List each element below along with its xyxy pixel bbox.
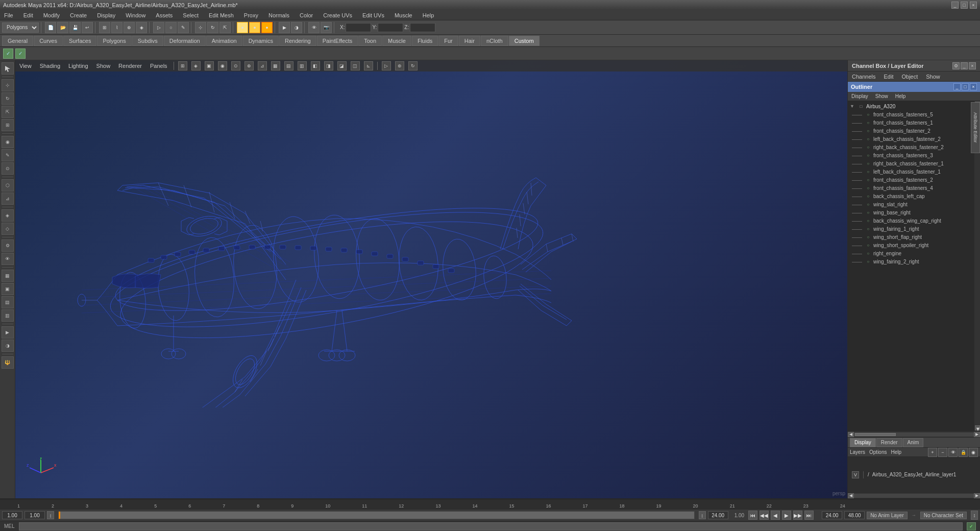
qa-icon-1[interactable]: ✓ bbox=[3, 49, 13, 59]
tab-surfaces[interactable]: Surfaces bbox=[63, 36, 96, 46]
menu-edit[interactable]: Edit bbox=[21, 11, 35, 19]
vp-icon-3[interactable]: ▣ bbox=[205, 61, 214, 70]
cb-header-controls[interactable]: ⚙ _ × bbox=[952, 62, 976, 69]
renderer-menu[interactable]: Renderer bbox=[116, 62, 144, 70]
ipr-button[interactable]: ◑ bbox=[291, 22, 302, 33]
vp-icon-12[interactable]: ◨ bbox=[324, 61, 333, 70]
z-field[interactable] bbox=[410, 23, 435, 32]
tab-fluids[interactable]: Fluids bbox=[412, 36, 438, 46]
outliner-close[interactable]: × bbox=[970, 83, 977, 90]
menu-color[interactable]: Color bbox=[298, 11, 315, 19]
timeline-range-marker[interactable]: | bbox=[47, 511, 54, 519]
outliner-item-6[interactable]: —— ○ right_back_chassis_fastener_1 bbox=[848, 159, 974, 167]
menu-display[interactable]: Display bbox=[95, 11, 117, 19]
obj-type-3[interactable]: ▤ bbox=[2, 296, 14, 308]
show-hide-1[interactable]: 👁 bbox=[2, 253, 14, 265]
panels-menu[interactable]: Panels bbox=[148, 62, 169, 70]
timeline-range-end-marker[interactable]: | bbox=[699, 511, 706, 519]
universal-tool[interactable]: ⊞ bbox=[2, 119, 14, 131]
go-to-start-btn[interactable]: ⏮ bbox=[748, 511, 757, 520]
vp-icon-5[interactable]: ⊙ bbox=[231, 61, 240, 70]
outliner-item-5[interactable]: —— ○ front_chassis_fasteners_3 bbox=[848, 151, 974, 159]
paint-button[interactable]: ✎ bbox=[178, 22, 189, 33]
fps-field[interactable] bbox=[844, 511, 865, 519]
menu-create[interactable]: Create bbox=[68, 11, 89, 19]
vp-icon-9[interactable]: ▤ bbox=[284, 61, 293, 70]
layer-hide-btn[interactable]: 👁 bbox=[948, 448, 958, 457]
outliner-list[interactable]: ▼ □ Airbus_A320 —— ○ front_chassis_faste… bbox=[848, 101, 974, 431]
rotate-tool[interactable]: ↻ bbox=[2, 92, 14, 105]
show-menu[interactable]: Show bbox=[94, 62, 113, 70]
viewport[interactable]: View Shading Lighting Show Renderer Pane… bbox=[15, 60, 847, 498]
vp-icon-13[interactable]: ◪ bbox=[337, 61, 347, 70]
outliner-item-4[interactable]: —— ○ right_back_chassis_fastener_2 bbox=[848, 143, 974, 151]
render-tool[interactable]: ▶ bbox=[2, 326, 14, 339]
outliner-hscroll-right[interactable]: ▶ bbox=[974, 432, 980, 437]
outliner-item-13[interactable]: —— ○ back_chassis_wing_cap_right bbox=[848, 216, 974, 225]
menu-modify[interactable]: Modify bbox=[41, 11, 62, 19]
menu-help[interactable]: Help bbox=[421, 11, 436, 19]
vp-icon-10[interactable]: ▥ bbox=[298, 61, 307, 70]
tab-deformation[interactable]: Deformation bbox=[164, 36, 206, 46]
tab-polygons[interactable]: Polygons bbox=[97, 36, 131, 46]
layer-lock-btn[interactable]: 🔒 bbox=[959, 448, 968, 457]
tool-settings[interactable]: ⚙ bbox=[2, 239, 14, 252]
rivet-tool[interactable]: ◈ bbox=[2, 209, 14, 222]
layer-item-0[interactable]: V / Airbus_A320_EasyJet_Airline_layer1 bbox=[852, 471, 976, 478]
minimize-button[interactable]: _ bbox=[951, 2, 959, 9]
cb-minimize-button[interactable]: _ bbox=[961, 62, 968, 69]
outliner-item-root[interactable]: ▼ □ Airbus_A320 bbox=[848, 102, 974, 110]
timeline-right-scroll[interactable]: ↕ bbox=[971, 511, 978, 520]
view-menu[interactable]: View bbox=[17, 62, 34, 70]
outliner-item-16[interactable]: —— ○ wing_short_spoiler_right bbox=[848, 241, 974, 249]
outliner-minimize[interactable]: _ bbox=[953, 83, 961, 90]
tab-hair[interactable]: Hair bbox=[459, 36, 480, 46]
menu-editmesh[interactable]: Edit Mesh bbox=[207, 11, 236, 19]
timeline-ticks[interactable]: 1 2 3 4 5 6 7 8 9 10 11 12 13 14 15 16 1… bbox=[0, 499, 980, 510]
menu-proxy[interactable]: Proxy bbox=[242, 11, 260, 19]
snap-grid-button[interactable]: ⊞ bbox=[99, 22, 110, 33]
mode-dropdown[interactable]: Polygons bbox=[2, 22, 39, 33]
outliner-item-10[interactable]: —— ○ back_chassis_left_cap bbox=[848, 192, 974, 200]
view-cube[interactable]: ⬡ bbox=[2, 179, 14, 191]
cb-channels-menu[interactable]: Channels bbox=[850, 73, 877, 81]
outliner-hscroll-left[interactable]: ◀ bbox=[848, 432, 854, 437]
tab-curves[interactable]: Curves bbox=[34, 36, 63, 46]
maximize-button[interactable]: □ bbox=[961, 2, 968, 9]
menu-muscle[interactable]: Muscle bbox=[393, 11, 414, 19]
deform-tool[interactable]: ◇ bbox=[2, 223, 14, 235]
articulation-tool[interactable]: ⊙ bbox=[2, 162, 14, 175]
prev-frame-btn[interactable]: ◀◀ bbox=[760, 511, 769, 520]
tab-fur[interactable]: Fur bbox=[438, 36, 458, 46]
scale-tool[interactable]: ⇱ bbox=[2, 106, 14, 118]
rotate-button[interactable]: ↻ bbox=[207, 22, 218, 33]
frame-current-field[interactable] bbox=[24, 511, 45, 519]
close-button[interactable]: × bbox=[970, 2, 977, 9]
outliner-item-7[interactable]: —— ○ left_back_chassis_fastener_1 bbox=[848, 167, 974, 176]
save-scene-button[interactable]: 💾 bbox=[69, 22, 81, 33]
lighting-menu[interactable]: Lighting bbox=[66, 62, 90, 70]
vp-icon-16[interactable]: ▷ bbox=[382, 61, 391, 70]
frame-start-field[interactable] bbox=[2, 511, 22, 519]
layer-tab-display[interactable]: Display bbox=[850, 438, 876, 447]
snap-surface-button[interactable]: ◈ bbox=[136, 22, 147, 33]
outliner-item-18[interactable]: —— ○ wing_fairing_2_right bbox=[848, 257, 974, 266]
step-back-btn[interactable]: ◀ bbox=[771, 511, 780, 520]
cb-show-menu[interactable]: Show bbox=[924, 73, 942, 81]
step-fwd-btn[interactable]: ▶▶ bbox=[793, 511, 802, 520]
om-display[interactable]: Display bbox=[850, 93, 870, 100]
select-tool[interactable] bbox=[2, 62, 14, 75]
tab-general[interactable]: General bbox=[2, 36, 33, 46]
no-character-set[interactable]: No Character Set bbox=[920, 512, 967, 519]
timeline-range-bar[interactable] bbox=[58, 511, 695, 519]
tab-toon[interactable]: Toon bbox=[358, 36, 382, 46]
shading-menu[interactable]: Shading bbox=[38, 62, 62, 70]
go-to-end-btn[interactable]: ⏭ bbox=[804, 511, 814, 520]
tab-subdivs[interactable]: Subdivs bbox=[132, 36, 163, 46]
cb-settings-button[interactable]: ⚙ bbox=[952, 62, 960, 69]
select-button[interactable]: ▷ bbox=[153, 22, 164, 33]
play-btn[interactable]: ▶ bbox=[782, 511, 791, 520]
outliner-item-17[interactable]: —— ○ right_engine bbox=[848, 249, 974, 257]
layers-menu[interactable]: Layers bbox=[850, 449, 865, 455]
cb-edit-menu[interactable]: Edit bbox=[881, 73, 895, 81]
